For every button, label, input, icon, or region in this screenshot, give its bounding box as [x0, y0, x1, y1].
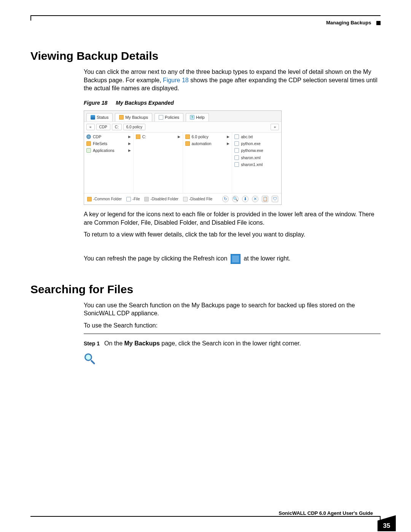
- step-text: On the My Backups page, click the Search…: [104, 339, 301, 348]
- item-label: CDP: [93, 134, 101, 139]
- header-tick: [30, 15, 31, 21]
- agent-icon[interactable]: 🛡: [272, 196, 278, 202]
- item-label: sharon1.xml: [241, 162, 263, 167]
- step-1: Step 1 On the My Backups page, click the…: [84, 339, 381, 348]
- list-item[interactable]: CDP▶: [84, 133, 133, 140]
- list-item[interactable]: 6.0 policy▶: [183, 133, 232, 140]
- file-icon: [234, 134, 239, 139]
- search-icon-large: [84, 353, 97, 366]
- column-4: abc.txt python.exe pythonw.exe sharon.xm…: [232, 133, 281, 193]
- globe-icon: [86, 134, 91, 139]
- legend-label: -File: [132, 197, 140, 202]
- refresh-inline-icon: [231, 254, 241, 264]
- item-label: C:: [142, 134, 147, 139]
- file-icon: [234, 141, 239, 146]
- column-2: C:▶: [134, 133, 183, 193]
- file-icon: [159, 115, 163, 120]
- tab-status-label: Status: [97, 115, 108, 120]
- legend-label: -Common Folder: [93, 197, 122, 202]
- breadcrumb-policy[interactable]: 6.0 policy: [123, 124, 145, 131]
- breadcrumb-c-drive[interactable]: C:: [112, 124, 122, 131]
- tab-help-label: Help: [196, 115, 205, 120]
- section-title: Managing Backups: [326, 20, 371, 26]
- paragraph-search-use: To use the Search function:: [84, 321, 381, 330]
- tab-policies[interactable]: Policies: [155, 113, 183, 121]
- paragraph-return: To return to a view with fewer details, …: [84, 230, 381, 239]
- chevron-right-icon: ▶: [227, 141, 229, 146]
- legend-disabled-file: -Disabled File: [183, 197, 212, 202]
- page-number-badge: 35: [378, 515, 396, 531]
- tab-my-backups[interactable]: My Backups: [115, 113, 152, 121]
- app-tabs: Status My Backups Policies ?Help: [84, 111, 281, 122]
- list-item[interactable]: C:▶: [134, 133, 183, 140]
- item-label: Applications: [93, 148, 115, 153]
- chevron-right-icon: ▶: [128, 148, 131, 153]
- download-icon[interactable]: ⬇: [242, 196, 249, 202]
- figure-screenshot: Status My Backups Policies ?Help « CDP C…: [84, 110, 282, 205]
- para4a: You can refresh the page by clicking the…: [84, 255, 229, 262]
- breadcrumb: « CDP C: 6.0 policy »: [84, 122, 281, 133]
- legend-label: -Disabled File: [189, 197, 212, 202]
- refresh-icon[interactable]: ↻: [222, 196, 229, 202]
- list-item[interactable]: pythonw.exe: [232, 147, 281, 154]
- legend-bar: -Common Folder -File -Disabled Folder -D…: [84, 193, 281, 204]
- chevron-right-icon: ▶: [128, 141, 131, 146]
- figure-title: My Backups Expanded: [116, 100, 174, 106]
- file-icon: [234, 162, 239, 167]
- step-label: Step 1: [84, 340, 100, 347]
- heading-searching-for-files: Searching for Files: [30, 283, 381, 296]
- figure-caption: Figure 18My Backups Expanded: [84, 99, 381, 107]
- legend-file: -File: [126, 197, 140, 202]
- footer-guide-title: SonicWALL CDP 6.0 Agent User's Guide: [30, 508, 381, 516]
- paragraph-intro: You can click the arrow next to any of t…: [84, 68, 381, 93]
- column-1: CDP▶ FileSets▶ Applications▶: [84, 133, 134, 193]
- list-item[interactable]: FileSets▶: [84, 140, 133, 147]
- list-item[interactable]: sharon.xml: [232, 154, 281, 161]
- list-item[interactable]: python.exe: [232, 140, 281, 147]
- folder-icon: [185, 141, 190, 146]
- disabled-folder-icon: [144, 197, 149, 201]
- legend-common-folder: -Common Folder: [87, 197, 122, 202]
- tab-backups-label: My Backups: [125, 115, 148, 120]
- heading-viewing-backup-details: Viewing Backup Details: [30, 50, 381, 62]
- chevron-right-icon: ▶: [178, 134, 180, 139]
- breadcrumb-back-button[interactable]: «: [86, 124, 95, 131]
- list-item[interactable]: Applications▶: [84, 147, 133, 154]
- folder-icon: [185, 134, 190, 139]
- item-label: python.exe: [241, 141, 260, 146]
- column-browser: CDP▶ FileSets▶ Applications▶ C:▶ 6.0 pol…: [84, 133, 281, 193]
- toolbar-icons: ↻ 🔍 ⬇ ✕ 📋 🛡: [222, 196, 278, 202]
- paragraph-refresh: You can refresh the page by clicking the…: [84, 254, 381, 264]
- column-3: 6.0 policy▶ automation▶: [183, 133, 233, 193]
- search-icon[interactable]: 🔍: [232, 196, 239, 202]
- list-item[interactable]: automation▶: [183, 140, 232, 147]
- folder-icon: [87, 197, 92, 201]
- apps-icon: [86, 148, 91, 153]
- tab-help[interactable]: ?Help: [186, 113, 209, 121]
- status-icon: [91, 115, 95, 120]
- file-icon: [126, 197, 131, 201]
- file-icon: [234, 148, 239, 153]
- item-label: pythonw.exe: [241, 148, 263, 153]
- step-t1: On the: [104, 340, 124, 347]
- page-footer: SonicWALL CDP 6.0 Agent User's Guide 35: [30, 508, 381, 517]
- folder-icon: [86, 141, 91, 146]
- header-rule: Managing Backups: [30, 15, 381, 27]
- breadcrumb-forward-button[interactable]: »: [271, 124, 279, 131]
- file-icon: [234, 155, 239, 160]
- figure-18-link[interactable]: Figure 18: [163, 77, 189, 83]
- folder-icon: [136, 134, 140, 139]
- list-item[interactable]: abc.txt: [232, 133, 281, 140]
- tab-status[interactable]: Status: [86, 113, 113, 121]
- delete-icon[interactable]: ✕: [252, 196, 258, 202]
- help-icon: ?: [190, 115, 194, 120]
- paragraph-legend: A key or legend for the icons next to ea…: [84, 210, 381, 227]
- breadcrumb-cdp[interactable]: CDP: [96, 124, 110, 131]
- clipboard-icon[interactable]: 📋: [262, 196, 268, 202]
- item-label: sharon.xml: [241, 155, 260, 160]
- item-label: abc.txt: [241, 134, 253, 139]
- legend-label: -Disabled Folder: [150, 197, 178, 202]
- step-bold: My Backups: [124, 340, 160, 347]
- disabled-file-icon: [183, 197, 188, 201]
- list-item[interactable]: sharon1.xml: [232, 161, 281, 168]
